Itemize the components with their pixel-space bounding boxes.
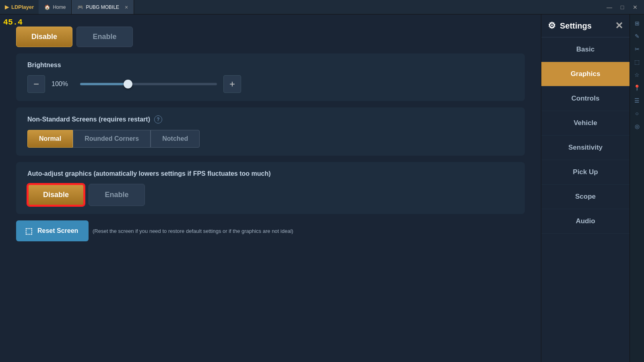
home-icon: 🏠	[44, 4, 50, 10]
toolbar-icon-7[interactable]: ☰	[632, 95, 643, 106]
restore-button[interactable]: □	[617, 2, 628, 13]
screen-type-options: Normal Rounded Corners Notched	[27, 130, 514, 148]
toolbar-icon-3[interactable]: ✂	[632, 43, 643, 55]
fps-counter: 45.4	[3, 18, 23, 27]
right-toolbar: ⊞ ✎ ✂ ⬚ ☆ 📍 ☰ ○ ◎	[630, 14, 644, 362]
settings-panel: ⚙ Settings ✕ Basic Graphics Controls Veh…	[541, 14, 630, 362]
brightness-controls: − 100% +	[27, 75, 514, 93]
brightness-increase-button[interactable]: +	[223, 75, 241, 93]
settings-gear-icon: ⚙	[548, 21, 556, 31]
screen-notched-button[interactable]: Notched	[151, 130, 200, 148]
tab-pubg[interactable]: 🎮 PUBG MOBILE ×	[72, 0, 134, 14]
reset-screen-label: Reset Screen	[37, 227, 78, 234]
nav-vehicle[interactable]: Vehicle	[541, 111, 630, 136]
auto-adjust-enable-button[interactable]: Enable	[89, 184, 145, 206]
toolbar-icon-1[interactable]: ⊞	[632, 18, 643, 29]
settings-header: ⚙ Settings ✕	[541, 14, 630, 37]
toolbar-icon-2[interactable]: ✎	[632, 31, 643, 42]
active-indicator	[628, 68, 630, 80]
settings-nav: Basic Graphics Controls Vehicle Sensitiv…	[541, 37, 630, 234]
logo-icon: ▶	[5, 4, 9, 10]
brightness-section: Brightness − 100% +	[16, 53, 525, 101]
tab-home-label: Home	[53, 4, 66, 10]
app-logo: ▶ LDPlayer	[0, 4, 39, 10]
brightness-value: 100%	[52, 80, 74, 88]
app-name: LDPlayer	[11, 4, 34, 10]
nav-basic[interactable]: Basic	[541, 37, 630, 62]
brightness-slider-thumb[interactable]	[124, 80, 132, 88]
brightness-slider-track[interactable]	[80, 83, 217, 85]
close-settings-button[interactable]: ✕	[615, 20, 623, 31]
nav-pickup[interactable]: Pick Up	[541, 160, 630, 185]
reset-row: ⬚ Reset Screen (Reset the screen if you …	[16, 220, 525, 241]
reset-icon: ⬚	[25, 226, 33, 236]
screen-normal-button[interactable]: Normal	[27, 130, 73, 148]
auto-adjust-section: Auto-adjust graphics (automatically lowe…	[16, 162, 525, 214]
reset-description: (Reset the screen if you need to restore…	[93, 228, 293, 234]
brightness-decrease-button[interactable]: −	[27, 75, 45, 93]
top-enable-button[interactable]: Enable	[76, 27, 133, 47]
close-tab-button[interactable]: ×	[122, 4, 128, 10]
help-icon[interactable]: ?	[154, 115, 162, 123]
content-panel: 45.4 Disable Enable Brightness − 100% +	[0, 14, 541, 362]
brightness-slider-fill	[80, 83, 128, 85]
toolbar-icon-8[interactable]: ○	[632, 108, 643, 119]
toolbar-icon-5[interactable]: ☆	[632, 69, 643, 80]
nav-audio[interactable]: Audio	[541, 209, 630, 234]
top-bar: ▶ LDPlayer 🏠 Home 🎮 PUBG MOBILE × — □ ✕	[0, 0, 644, 14]
brightness-label: Brightness	[27, 62, 514, 69]
screen-rounded-button[interactable]: Rounded Corners	[73, 130, 151, 148]
nav-graphics[interactable]: Graphics	[541, 62, 630, 86]
tab-pubg-label: PUBG MOBILE	[86, 4, 119, 10]
toolbar-icon-9[interactable]: ◎	[632, 121, 643, 132]
non-standard-label: Non-Standard Screens (requires restart) …	[27, 115, 514, 123]
nav-scope[interactable]: Scope	[541, 185, 630, 209]
non-standard-section: Non-Standard Screens (requires restart) …	[16, 107, 525, 156]
auto-adjust-controls: Disable Enable	[27, 184, 514, 206]
settings-title-group: ⚙ Settings	[548, 21, 592, 31]
tab-home[interactable]: 🏠 Home	[39, 0, 72, 14]
main-area: 45.4 Disable Enable Brightness − 100% +	[0, 14, 644, 362]
settings-title: Settings	[560, 21, 592, 31]
toolbar-icon-4[interactable]: ⬚	[632, 56, 643, 68]
window-controls: — □ ✕	[604, 2, 644, 13]
nav-controls[interactable]: Controls	[541, 86, 630, 111]
toolbar-icon-6[interactable]: 📍	[632, 82, 643, 93]
top-disable-button[interactable]: Disable	[16, 27, 72, 47]
pubg-icon: 🎮	[77, 4, 83, 10]
reset-screen-button[interactable]: ⬚ Reset Screen	[16, 220, 89, 241]
nav-sensitivity[interactable]: Sensitivity	[541, 136, 630, 160]
close-window-button[interactable]: ✕	[630, 2, 641, 13]
top-toggle-row: Disable Enable	[16, 27, 525, 47]
auto-adjust-label: Auto-adjust graphics (automatically lowe…	[27, 170, 514, 177]
auto-adjust-disable-button[interactable]: Disable	[27, 184, 85, 206]
minimize-button[interactable]: —	[604, 2, 615, 13]
